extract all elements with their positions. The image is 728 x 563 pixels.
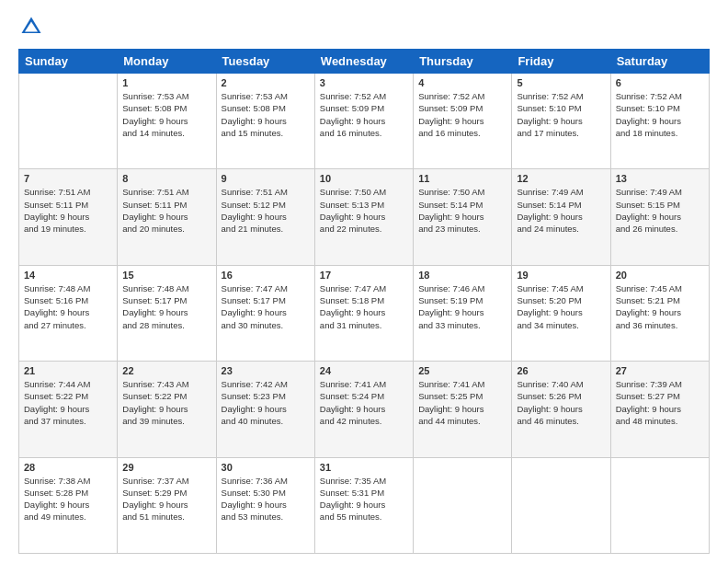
day-info: Sunrise: 7:47 AMSunset: 5:18 PMDaylight:… [320, 282, 408, 331]
day-info: Sunrise: 7:48 AMSunset: 5:16 PMDaylight:… [24, 282, 112, 331]
day-info: Sunrise: 7:39 AMSunset: 5:27 PMDaylight:… [616, 378, 704, 427]
calendar-cell: 20Sunrise: 7:45 AMSunset: 5:21 PMDayligh… [610, 265, 709, 361]
day-number: 10 [320, 173, 408, 184]
calendar-cell: 29Sunrise: 7:37 AMSunset: 5:29 PMDayligh… [118, 457, 216, 553]
day-info: Sunrise: 7:52 AMSunset: 5:10 PMDaylight:… [517, 90, 605, 139]
day-info: Sunrise: 7:52 AMSunset: 5:10 PMDaylight:… [616, 90, 704, 139]
day-info: Sunrise: 7:48 AMSunset: 5:17 PMDaylight:… [122, 282, 210, 331]
header [18, 14, 710, 40]
day-info: Sunrise: 7:51 AMSunset: 5:11 PMDaylight:… [122, 186, 210, 235]
day-info: Sunrise: 7:37 AMSunset: 5:29 PMDaylight:… [122, 475, 210, 523]
day-header-sunday: Sunday [19, 50, 118, 74]
day-number: 7 [24, 173, 112, 184]
day-number: 3 [320, 77, 408, 88]
day-info: Sunrise: 7:36 AMSunset: 5:30 PMDaylight:… [222, 475, 310, 523]
day-number: 9 [222, 173, 310, 184]
day-number: 28 [24, 462, 112, 473]
calendar-cell: 28Sunrise: 7:38 AMSunset: 5:28 PMDayligh… [19, 457, 118, 553]
logo-icon [18, 14, 44, 40]
calendar-cell: 10Sunrise: 7:50 AMSunset: 5:13 PMDayligh… [314, 169, 413, 265]
day-info: Sunrise: 7:52 AMSunset: 5:09 PMDaylight:… [320, 90, 408, 139]
day-info: Sunrise: 7:45 AMSunset: 5:21 PMDaylight:… [616, 282, 704, 331]
day-number: 5 [517, 77, 605, 88]
day-info: Sunrise: 7:46 AMSunset: 5:19 PMDaylight:… [418, 282, 506, 331]
day-number: 20 [616, 270, 704, 281]
day-number: 23 [222, 365, 310, 376]
day-number: 16 [222, 270, 310, 281]
calendar-cell: 23Sunrise: 7:42 AMSunset: 5:23 PMDayligh… [216, 362, 314, 457]
day-number: 22 [122, 365, 210, 376]
day-info: Sunrise: 7:42 AMSunset: 5:23 PMDaylight:… [222, 378, 310, 427]
day-number: 19 [517, 270, 605, 281]
week-row-1: 1Sunrise: 7:53 AMSunset: 5:08 PMDaylight… [19, 74, 710, 169]
calendar-cell: 1Sunrise: 7:53 AMSunset: 5:08 PMDaylight… [118, 74, 216, 169]
calendar-cell: 9Sunrise: 7:51 AMSunset: 5:12 PMDaylight… [216, 169, 314, 265]
day-number: 12 [517, 173, 605, 184]
day-number: 26 [517, 365, 605, 376]
day-number: 13 [616, 173, 704, 184]
day-info: Sunrise: 7:51 AMSunset: 5:12 PMDaylight:… [222, 186, 310, 235]
calendar-cell: 30Sunrise: 7:36 AMSunset: 5:30 PMDayligh… [216, 457, 314, 553]
day-info: Sunrise: 7:44 AMSunset: 5:22 PMDaylight:… [24, 378, 112, 427]
calendar-cell: 2Sunrise: 7:53 AMSunset: 5:08 PMDaylight… [216, 74, 314, 169]
calendar-cell: 21Sunrise: 7:44 AMSunset: 5:22 PMDayligh… [19, 362, 118, 457]
calendar-cell: 3Sunrise: 7:52 AMSunset: 5:09 PMDaylight… [314, 74, 413, 169]
day-info: Sunrise: 7:38 AMSunset: 5:28 PMDaylight:… [24, 475, 112, 523]
day-info: Sunrise: 7:51 AMSunset: 5:11 PMDaylight:… [24, 186, 112, 235]
day-header-friday: Friday [512, 50, 610, 74]
day-info: Sunrise: 7:45 AMSunset: 5:20 PMDaylight:… [517, 282, 605, 331]
day-number: 24 [320, 365, 408, 376]
calendar-cell: 17Sunrise: 7:47 AMSunset: 5:18 PMDayligh… [314, 265, 413, 361]
day-info: Sunrise: 7:41 AMSunset: 5:25 PMDaylight:… [418, 378, 506, 427]
day-info: Sunrise: 7:50 AMSunset: 5:13 PMDaylight:… [320, 186, 408, 235]
calendar-cell: 25Sunrise: 7:41 AMSunset: 5:25 PMDayligh… [414, 362, 512, 457]
day-number: 27 [616, 365, 704, 376]
day-header-thursday: Thursday [414, 50, 512, 74]
day-number: 30 [222, 462, 310, 473]
calendar-cell: 4Sunrise: 7:52 AMSunset: 5:09 PMDaylight… [414, 74, 512, 169]
day-info: Sunrise: 7:47 AMSunset: 5:17 PMDaylight:… [222, 282, 310, 331]
day-info: Sunrise: 7:53 AMSunset: 5:08 PMDaylight:… [122, 90, 210, 139]
calendar-cell: 24Sunrise: 7:41 AMSunset: 5:24 PMDayligh… [314, 362, 413, 457]
day-number: 15 [122, 270, 210, 281]
calendar-cell: 31Sunrise: 7:35 AMSunset: 5:31 PMDayligh… [314, 457, 413, 553]
day-number: 31 [320, 462, 408, 473]
calendar-cell [19, 74, 118, 169]
calendar-cell: 19Sunrise: 7:45 AMSunset: 5:20 PMDayligh… [512, 265, 610, 361]
day-number: 1 [122, 77, 210, 88]
calendar-cell: 16Sunrise: 7:47 AMSunset: 5:17 PMDayligh… [216, 265, 314, 361]
day-info: Sunrise: 7:49 AMSunset: 5:14 PMDaylight:… [517, 186, 605, 235]
calendar-cell [414, 457, 512, 553]
day-info: Sunrise: 7:52 AMSunset: 5:09 PMDaylight:… [418, 90, 506, 139]
day-number: 25 [418, 365, 506, 376]
calendar-cell: 26Sunrise: 7:40 AMSunset: 5:26 PMDayligh… [512, 362, 610, 457]
day-header-monday: Monday [118, 50, 216, 74]
day-header-saturday: Saturday [610, 50, 709, 74]
calendar-cell: 14Sunrise: 7:48 AMSunset: 5:16 PMDayligh… [19, 265, 118, 361]
week-row-4: 21Sunrise: 7:44 AMSunset: 5:22 PMDayligh… [19, 362, 710, 457]
calendar-table: SundayMondayTuesdayWednesdayThursdayFrid… [18, 49, 710, 554]
day-header-tuesday: Tuesday [216, 50, 314, 74]
calendar-cell: 15Sunrise: 7:48 AMSunset: 5:17 PMDayligh… [118, 265, 216, 361]
day-info: Sunrise: 7:43 AMSunset: 5:22 PMDaylight:… [122, 378, 210, 427]
calendar-cell: 13Sunrise: 7:49 AMSunset: 5:15 PMDayligh… [610, 169, 709, 265]
week-row-2: 7Sunrise: 7:51 AMSunset: 5:11 PMDaylight… [19, 169, 710, 265]
logo [18, 14, 48, 40]
calendar-cell: 12Sunrise: 7:49 AMSunset: 5:14 PMDayligh… [512, 169, 610, 265]
day-number: 29 [122, 462, 210, 473]
calendar-cell: 11Sunrise: 7:50 AMSunset: 5:14 PMDayligh… [414, 169, 512, 265]
calendar-cell [512, 457, 610, 553]
day-info: Sunrise: 7:41 AMSunset: 5:24 PMDaylight:… [320, 378, 408, 427]
calendar-cell: 27Sunrise: 7:39 AMSunset: 5:27 PMDayligh… [610, 362, 709, 457]
day-number: 17 [320, 270, 408, 281]
day-number: 18 [418, 270, 506, 281]
day-number: 14 [24, 270, 112, 281]
calendar-cell: 18Sunrise: 7:46 AMSunset: 5:19 PMDayligh… [414, 265, 512, 361]
day-info: Sunrise: 7:53 AMSunset: 5:08 PMDaylight:… [222, 90, 310, 139]
day-info: Sunrise: 7:35 AMSunset: 5:31 PMDaylight:… [320, 475, 408, 523]
calendar-cell: 7Sunrise: 7:51 AMSunset: 5:11 PMDaylight… [19, 169, 118, 265]
day-info: Sunrise: 7:49 AMSunset: 5:15 PMDaylight:… [616, 186, 704, 235]
day-info: Sunrise: 7:50 AMSunset: 5:14 PMDaylight:… [418, 186, 506, 235]
day-number: 8 [122, 173, 210, 184]
days-header-row: SundayMondayTuesdayWednesdayThursdayFrid… [19, 50, 710, 74]
